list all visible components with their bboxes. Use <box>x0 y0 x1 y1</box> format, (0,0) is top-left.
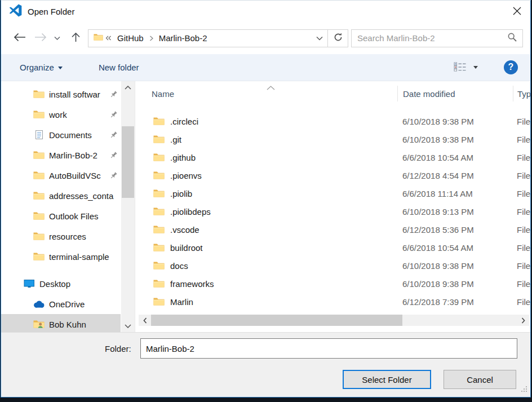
column-header-type[interactable]: Typ <box>513 86 530 101</box>
file-type: File <box>513 153 530 162</box>
breadcrumb-overflow-button[interactable] <box>103 36 114 41</box>
folder-icon <box>33 171 45 180</box>
file-row[interactable]: .piolibdeps 6/10/2018 9:13 PM File <box>135 202 530 220</box>
address-box[interactable]: GitHub Marlin-Bob-2 <box>88 29 328 47</box>
titlebar: Open Folder <box>1 1 530 22</box>
close-icon <box>513 7 521 17</box>
sidebar-item-outlook-files[interactable]: Outlook Files <box>1 206 121 226</box>
file-name: Marlin <box>170 297 193 307</box>
file-type: File <box>513 117 530 126</box>
vscode-logo-icon <box>8 3 23 20</box>
folder-icon <box>33 211 45 220</box>
file-name: .pioenvs <box>170 171 202 180</box>
cancel-button[interactable]: Cancel <box>444 370 516 389</box>
horizontal-scrollbar[interactable] <box>139 315 529 326</box>
column-header-date-modified[interactable]: Date modified <box>397 86 513 101</box>
file-row[interactable]: buildroot 6/6/2018 10:54 AM File <box>135 238 530 257</box>
folder-icon <box>33 151 45 160</box>
pin-icon <box>109 131 118 139</box>
scrollbar-track[interactable] <box>402 315 517 326</box>
file-name: .circleci <box>170 117 198 126</box>
back-button[interactable] <box>12 33 26 43</box>
footer-bar: Folder: Select Folder Cancel <box>1 332 530 397</box>
folder-icon <box>153 189 165 198</box>
file-name: buildroot <box>170 243 203 253</box>
folder-icon <box>33 191 45 200</box>
folder-name-input[interactable] <box>140 338 517 359</box>
file-row[interactable]: .piolib 6/6/2018 11:14 AM File <box>135 184 530 202</box>
sort-ascending-icon[interactable] <box>267 82 275 92</box>
search-box <box>351 29 523 47</box>
scroll-down-button[interactable] <box>121 321 135 331</box>
folder-icon <box>33 232 45 241</box>
caret-down-icon <box>58 67 63 69</box>
file-name: .piolibdeps <box>170 207 211 217</box>
select-folder-button[interactable]: Select Folder <box>343 370 431 389</box>
user-folder-icon <box>33 320 45 329</box>
recent-locations-button[interactable] <box>53 34 61 42</box>
sidebar-item-addresses-conta[interactable]: addresses_conta <box>1 185 121 206</box>
new-folder-button[interactable]: New folder <box>94 59 144 76</box>
address-dropdown-button[interactable] <box>312 30 327 47</box>
organize-button[interactable]: Organize <box>15 59 67 76</box>
file-row[interactable]: .vscode 6/12/2018 5:36 PM File <box>135 220 530 238</box>
resize-grip[interactable] <box>521 385 527 395</box>
scrollbar-thumb[interactable] <box>151 315 402 326</box>
sidebar-scrollbar[interactable] <box>121 81 135 332</box>
breadcrumb-item-github[interactable]: GitHub <box>114 33 147 43</box>
file-name: .git <box>170 135 181 144</box>
file-date-modified: 6/10/2018 9:38 PM <box>397 261 513 271</box>
sidebar-item-label: OneDrive <box>49 299 121 309</box>
search-input[interactable] <box>357 33 507 43</box>
search-icon <box>507 32 517 45</box>
scroll-up-button[interactable] <box>121 82 135 92</box>
help-button[interactable]: ? <box>504 60 518 74</box>
caret-down-icon <box>473 66 478 69</box>
sidebar-item-terminal-sample[interactable]: terminal-sample <box>1 246 121 267</box>
folder-icon <box>153 117 165 126</box>
window-title: Open Folder <box>28 7 74 16</box>
folder-name-label: Folder: <box>105 344 131 354</box>
scroll-left-button[interactable] <box>139 315 151 326</box>
folder-icon <box>33 110 45 119</box>
breadcrumb-item-marlin-bob-2[interactable]: Marlin-Bob-2 <box>156 33 211 43</box>
sidebar-item-desktop[interactable]: Desktop <box>1 273 121 294</box>
file-row[interactable]: frameworks 6/10/2018 9:38 PM File <box>135 275 530 293</box>
file-row[interactable]: docs 6/10/2018 9:38 PM File <box>135 257 530 275</box>
scroll-right-button[interactable] <box>517 315 529 326</box>
desktop-icon <box>23 279 36 288</box>
pin-icon <box>109 151 118 160</box>
file-row[interactable]: .pioenvs 6/12/2018 4:54 PM File <box>135 166 530 184</box>
file-type: File <box>513 243 530 253</box>
sidebar-item-bob-kuhn[interactable]: Bob Kuhn <box>1 314 121 332</box>
sidebar-item-label: Documents <box>49 130 109 140</box>
folder-icon <box>94 33 103 43</box>
file-name: docs <box>170 261 188 271</box>
file-type: File <box>513 171 530 180</box>
file-row[interactable]: .git 6/10/2018 9:38 PM File <box>135 130 530 148</box>
scrollbar-thumb[interactable] <box>122 126 134 198</box>
sidebar-item-marlin-bob-2[interactable]: Marlin-Bob-2 <box>1 145 121 165</box>
file-rows: .circleci 6/10/2018 9:38 PM File .git 6/… <box>135 112 530 311</box>
sidebar-item-autobuildvsc[interactable]: AutoBuildVSc <box>1 165 121 185</box>
file-row[interactable]: .circleci 6/10/2018 9:38 PM File <box>135 112 530 130</box>
file-row[interactable]: Marlin 6/12/2018 7:39 PM File <box>135 293 530 311</box>
refresh-button[interactable] <box>327 29 348 47</box>
documents-icon <box>33 130 45 140</box>
sidebar-item-documents[interactable]: Documents <box>1 125 121 145</box>
content-area: install softwar work Documents Marlin-Bo… <box>1 81 530 332</box>
forward-button[interactable] <box>34 33 47 43</box>
sidebar-item-onedrive[interactable]: OneDrive <box>1 294 121 314</box>
up-button[interactable] <box>70 32 81 44</box>
file-name: .github <box>170 153 196 162</box>
file-row[interactable]: .github 6/6/2018 10:54 AM File <box>135 148 530 166</box>
chevron-down-icon <box>316 34 323 42</box>
sidebar-item-install-softwar[interactable]: install softwar <box>1 84 121 104</box>
file-type: File <box>513 207 530 217</box>
close-button[interactable] <box>508 3 526 20</box>
sidebar-item-resources[interactable]: resources <box>1 226 121 246</box>
open-folder-dialog: Open Folder <box>1 0 531 397</box>
sidebar-item-label: Bob Kuhn <box>49 320 121 329</box>
sidebar-item-work[interactable]: work <box>1 104 121 125</box>
change-view-button[interactable] <box>451 60 480 76</box>
